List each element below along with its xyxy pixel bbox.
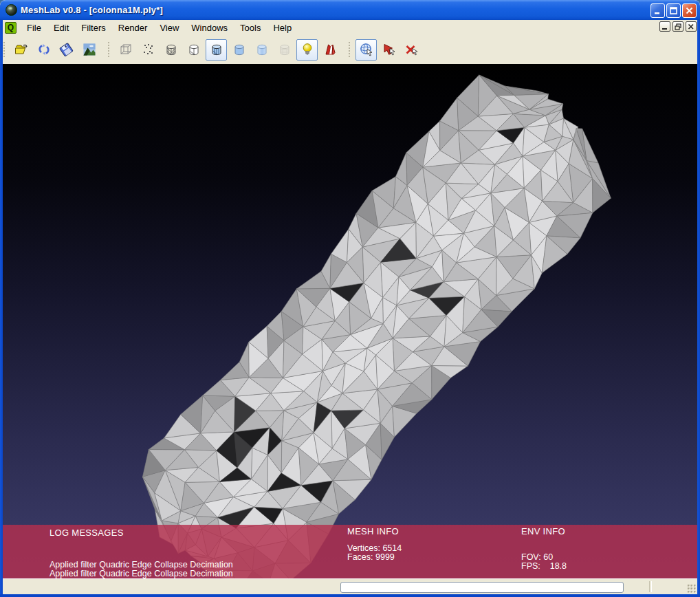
trackball-button[interactable] bbox=[356, 39, 377, 61]
menu-item-filters[interactable]: Filters bbox=[75, 21, 111, 35]
menu-item-windows[interactable]: Windows bbox=[185, 21, 234, 35]
hidden-lines-icon bbox=[186, 42, 201, 57]
menu-item-view[interactable]: View bbox=[153, 21, 185, 35]
toolbar bbox=[0, 35, 700, 64]
fancy-lighting-icon bbox=[322, 42, 338, 57]
flat-lines-button[interactable] bbox=[206, 39, 227, 61]
log-messages-title: LOG MESSAGES bbox=[50, 528, 124, 538]
fancy-lighting-button[interactable] bbox=[319, 39, 340, 61]
log-line: Applied filter Quadric Edge Collapse Dec… bbox=[50, 569, 233, 578]
mesh-colonna bbox=[3, 64, 697, 578]
flat-button[interactable] bbox=[228, 39, 250, 61]
maximize-button[interactable] bbox=[666, 3, 681, 18]
mesh-info-title: MESH INFO bbox=[347, 526, 399, 536]
title-bar[interactable]: MeshLab v0.8 - [colonna1M.ply*] bbox=[0, 0, 700, 20]
toolbar-group bbox=[0, 37, 100, 62]
points-icon bbox=[141, 42, 156, 57]
reload-button[interactable] bbox=[33, 39, 54, 61]
mesh-info-values: Vertices: 6514 Faces: 9999 bbox=[347, 544, 402, 562]
window-frame-bottom bbox=[0, 594, 700, 597]
bounding-box-button[interactable] bbox=[115, 39, 136, 61]
smooth-icon bbox=[254, 42, 270, 57]
document-icon[interactable]: Q bbox=[5, 22, 17, 34]
mdi-restore-icon bbox=[675, 23, 681, 30]
mdi-window-controls bbox=[659, 21, 697, 32]
light-button[interactable] bbox=[296, 39, 318, 61]
delete-cross-icon bbox=[404, 42, 419, 57]
reload-icon bbox=[36, 42, 52, 57]
wireframe-icon bbox=[164, 42, 179, 57]
mdi-restore-button[interactable] bbox=[672, 21, 683, 32]
statusbar-separator bbox=[649, 581, 652, 592]
toolbar-group bbox=[105, 37, 341, 62]
menu-items: FileEditFiltersRenderViewWindowsToolsHel… bbox=[21, 21, 298, 35]
faces-count: Faces: 9999 bbox=[347, 553, 402, 562]
window-frame-right bbox=[697, 20, 700, 594]
meshlab-logo-icon bbox=[6, 4, 17, 16]
toolbar-grip[interactable] bbox=[347, 41, 352, 58]
flat-lines-icon bbox=[209, 42, 224, 57]
resize-grip-icon[interactable] bbox=[687, 584, 696, 593]
mdi-close-icon bbox=[688, 23, 694, 30]
mdi-close-button[interactable] bbox=[686, 21, 697, 32]
texture-icon bbox=[277, 42, 292, 57]
toolbar-group bbox=[345, 37, 423, 62]
light-icon bbox=[300, 42, 315, 57]
open-folder-icon bbox=[14, 42, 29, 57]
points-button[interactable] bbox=[138, 39, 159, 61]
meshlab-window: MeshLab v0.8 - [colonna1M.ply*] Q FileEd… bbox=[0, 0, 700, 597]
fps-value: FPS: 18.8 bbox=[521, 562, 567, 571]
menu-bar: Q FileEditFiltersRenderViewWindowsToolsH… bbox=[0, 20, 700, 36]
window-title: MeshLab v0.8 - [colonna1M.ply*] bbox=[21, 5, 163, 15]
toolbar-grip[interactable] bbox=[2, 41, 7, 58]
select-arrow-icon bbox=[382, 42, 397, 57]
status-bar bbox=[0, 578, 700, 595]
select-arrow-button[interactable] bbox=[378, 39, 400, 61]
flat-icon bbox=[232, 42, 247, 57]
env-info-title: ENV INFO bbox=[521, 526, 565, 536]
maximize-icon bbox=[670, 7, 677, 14]
mdi-minimize-button[interactable] bbox=[659, 21, 670, 32]
window-frame-left bbox=[0, 20, 3, 594]
bbox-icon bbox=[118, 42, 133, 57]
menu-item-render[interactable]: Render bbox=[112, 21, 154, 35]
save-icon bbox=[59, 42, 74, 57]
minimize-button[interactable] bbox=[650, 3, 665, 18]
open-button[interactable] bbox=[10, 39, 32, 61]
texture-button bbox=[274, 39, 295, 61]
info-overlay: LOG MESSAGES Applied filter Quadric Edge… bbox=[3, 525, 697, 578]
snapshot-button[interactable] bbox=[78, 39, 100, 61]
mdi-minimize-icon bbox=[661, 23, 668, 30]
window-controls bbox=[650, 3, 697, 18]
smooth-button[interactable] bbox=[251, 39, 272, 61]
menu-item-edit[interactable]: Edit bbox=[47, 21, 75, 35]
progress-bar bbox=[340, 582, 624, 593]
save-button[interactable] bbox=[56, 39, 77, 61]
menu-item-file[interactable]: File bbox=[21, 21, 47, 35]
gl-viewport[interactable]: LOG MESSAGES Applied filter Quadric Edge… bbox=[3, 64, 697, 578]
log-messages-lines: Applied filter Quadric Edge Collapse Dec… bbox=[50, 561, 233, 578]
close-icon bbox=[686, 7, 693, 14]
toolbar-grip[interactable] bbox=[107, 41, 111, 58]
snapshot-icon bbox=[82, 42, 97, 57]
env-info-values: FOV: 60 FPS: 18.8 bbox=[521, 553, 567, 571]
wireframe-button[interactable] bbox=[160, 39, 182, 61]
hidden-lines-button[interactable] bbox=[183, 39, 204, 61]
close-button[interactable] bbox=[682, 3, 697, 18]
trackball-icon bbox=[359, 42, 374, 57]
menu-item-help[interactable]: Help bbox=[267, 21, 298, 35]
menu-item-tools[interactable]: Tools bbox=[234, 21, 267, 35]
delete-cross-button[interactable] bbox=[401, 39, 422, 61]
minimize-icon bbox=[654, 7, 661, 14]
